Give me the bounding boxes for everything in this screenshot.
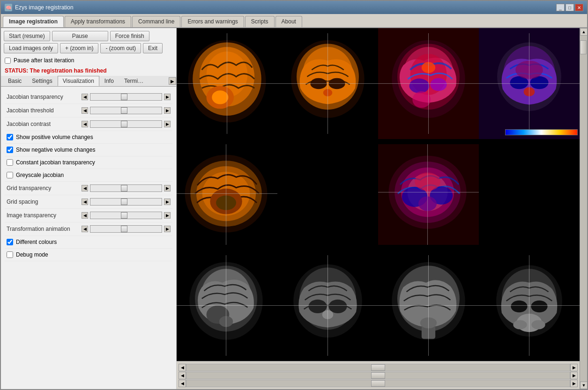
- jacobian-threshold-slider[interactable]: [90, 107, 162, 114]
- tab-apply-transformations[interactable]: Apply transformations: [65, 16, 131, 27]
- grid-spacing-control: ◀ ▶: [82, 198, 171, 206]
- transformation-animation-slider[interactable]: [90, 225, 162, 233]
- brain-cell-coronal-orange[interactable]: [277, 28, 378, 139]
- image-grid[interactable]: [177, 28, 580, 361]
- zoom-out-button[interactable]: - (zoom out): [100, 43, 141, 53]
- show-negative-label: Show negative volume changes: [16, 147, 95, 153]
- scroll-z-right-button[interactable]: ▶: [570, 380, 578, 387]
- different-colours-checkbox[interactable]: [7, 239, 13, 245]
- pause-checkbox-row: Pause after last iteration: [1, 55, 176, 66]
- jacobian-contrast-left-arrow[interactable]: ◀: [82, 121, 88, 127]
- vsb-track[interactable]: [580, 36, 587, 382]
- brain-cell-empty-dark: [479, 139, 580, 250]
- minimize-button[interactable]: _: [556, 4, 565, 11]
- brain-cell-coronal-grey2[interactable]: [479, 250, 580, 361]
- constant-jacobian-checkbox[interactable]: [7, 159, 13, 166]
- brain-cell-coronal-grey[interactable]: [277, 250, 378, 361]
- main-tab-bar: Image registration Apply transformations…: [1, 14, 587, 28]
- scrollbar-x: ◀ ▶: [179, 364, 578, 371]
- show-positive-checkbox[interactable]: [7, 134, 13, 140]
- tab-command-line[interactable]: Command line: [132, 16, 180, 27]
- tab-image-registration[interactable]: Image registration: [3, 16, 64, 27]
- tab-scripts[interactable]: Scripts: [245, 16, 275, 27]
- brain-cell-sagittal-orange[interactable]: [177, 28, 277, 139]
- greyscale-jacobian-checkbox[interactable]: [7, 172, 13, 178]
- scroll-x-left-button[interactable]: ◀: [179, 364, 186, 371]
- brain-cell-coronal-colormap[interactable]: [479, 28, 580, 139]
- jacobian-transparency-slider[interactable]: [90, 93, 162, 101]
- sub-tab-termination[interactable]: Termination: [119, 76, 152, 86]
- jacobian-threshold-right-arrow[interactable]: ▶: [164, 107, 171, 114]
- grid-transparency-right-arrow[interactable]: ▶: [164, 185, 171, 191]
- load-images-button[interactable]: Load images only: [4, 43, 58, 53]
- show-negative-checkbox[interactable]: [7, 147, 13, 153]
- toolbar-row1: Start (resume) Pause Force finish: [1, 28, 176, 43]
- jacobian-contrast-right-arrow[interactable]: ▶: [164, 121, 171, 127]
- svg-point-6: [212, 90, 228, 104]
- scroll-x-thumb[interactable]: [371, 364, 385, 371]
- transformation-animation-right-arrow[interactable]: ▶: [164, 226, 171, 232]
- jacobian-contrast-label: Jacobian contrast: [7, 121, 82, 127]
- brain-cell-axial-orange[interactable]: [177, 139, 277, 250]
- scrollbar-y: ◀ ▶: [179, 372, 578, 379]
- scroll-y-left-button[interactable]: ◀: [179, 372, 186, 379]
- scroll-y-right-button[interactable]: ▶: [570, 372, 578, 379]
- image-transparency-right-arrow[interactable]: ▶: [164, 212, 171, 219]
- scroll-x-right-button[interactable]: ▶: [570, 364, 578, 371]
- pause-button[interactable]: Pause: [52, 31, 108, 41]
- transformation-animation-control: ◀ ▶: [82, 225, 171, 233]
- grid-transparency-label: Grid transparency: [7, 185, 82, 191]
- vsb-up-button[interactable]: ▲: [580, 28, 587, 36]
- grid-spacing-slider[interactable]: [90, 198, 162, 206]
- vsb-down-button[interactable]: ▼: [580, 382, 587, 389]
- sub-tab-basic[interactable]: Basic: [3, 76, 27, 86]
- grid-spacing-left-arrow[interactable]: ◀: [82, 199, 88, 205]
- brain-cell-sagittal-colormap[interactable]: [378, 28, 479, 139]
- grid-transparency-row: Grid transparency ◀ ▶: [5, 182, 172, 195]
- scroll-z-thumb[interactable]: [371, 380, 385, 387]
- sub-tab-visualization[interactable]: Visualization: [58, 76, 99, 86]
- brain-cell-sagittal-grey2[interactable]: [378, 250, 479, 361]
- tab-about[interactable]: About: [275, 16, 302, 27]
- jacobian-transparency-right-arrow[interactable]: ▶: [164, 94, 171, 100]
- transformation-animation-left-arrow[interactable]: ◀: [82, 226, 88, 232]
- jacobian-transparency-label: Jacobian transparency: [7, 94, 82, 100]
- zoom-in-button[interactable]: + (zoom in): [60, 43, 98, 53]
- scroll-z-left-button[interactable]: ◀: [179, 380, 186, 387]
- exit-button[interactable]: Exit: [143, 43, 163, 53]
- sub-tab-scroll-right[interactable]: ▶: [169, 77, 176, 85]
- pause-after-last-iteration-checkbox[interactable]: [5, 58, 11, 64]
- maximize-button[interactable]: □: [566, 4, 574, 11]
- image-transparency-left-arrow[interactable]: ◀: [82, 212, 88, 219]
- start-resume-button[interactable]: Start (resume): [4, 31, 50, 41]
- vsb-thumb[interactable]: [580, 40, 587, 54]
- force-finish-button[interactable]: Force finish: [110, 31, 149, 41]
- scroll-x-track[interactable]: [186, 364, 570, 371]
- grid-transparency-left-arrow[interactable]: ◀: [82, 185, 88, 191]
- scroll-y-thumb[interactable]: [371, 372, 385, 379]
- brain-cell-sagittal-grey[interactable]: [177, 250, 277, 361]
- debug-mode-checkbox[interactable]: [7, 251, 13, 258]
- svg-point-70: [328, 300, 347, 313]
- sub-tab-settings[interactable]: Settings: [27, 76, 57, 86]
- sub-tab-info[interactable]: Info: [99, 76, 119, 86]
- tab-errors-and-warnings[interactable]: Errors and warnings: [181, 16, 244, 27]
- scroll-y-track[interactable]: [186, 372, 570, 379]
- grid-transparency-slider[interactable]: [90, 184, 162, 192]
- window-title: Ezys image registration: [15, 4, 74, 11]
- left-panel: Start (resume) Pause Force finish Load i…: [1, 28, 177, 389]
- image-transparency-label: Image transparency: [7, 212, 82, 219]
- jacobian-threshold-left-arrow[interactable]: ◀: [82, 107, 88, 114]
- brain-cell-axial-colormap[interactable]: [378, 139, 479, 250]
- svg-point-26: [412, 91, 431, 108]
- svg-point-87: [513, 320, 527, 330]
- scroll-z-track[interactable]: [186, 380, 570, 387]
- jacobian-contrast-slider[interactable]: [90, 120, 162, 128]
- grid-spacing-right-arrow[interactable]: ▶: [164, 199, 171, 205]
- close-button[interactable]: ✕: [575, 4, 583, 11]
- grid-spacing-label: Grid spacing: [7, 199, 82, 205]
- title-controls: _ □ ✕: [556, 4, 583, 11]
- jacobian-transparency-left-arrow[interactable]: ◀: [82, 94, 88, 100]
- different-colours-label: Different colours: [16, 239, 57, 245]
- image-transparency-slider[interactable]: [90, 212, 162, 219]
